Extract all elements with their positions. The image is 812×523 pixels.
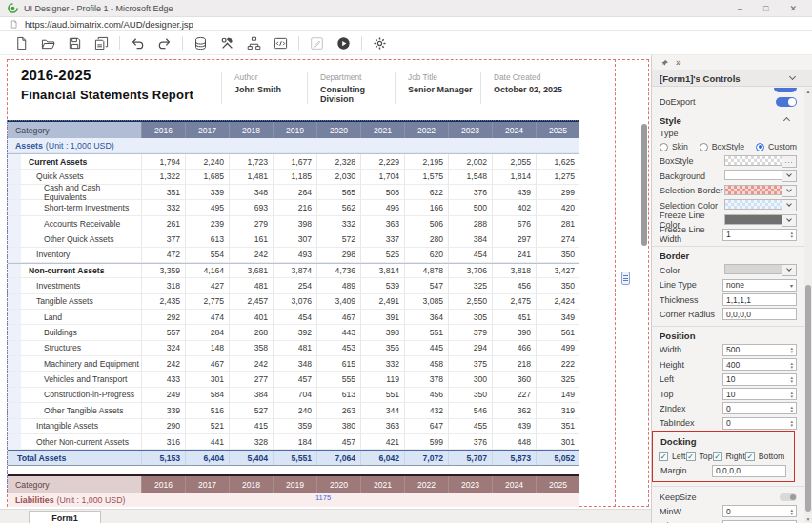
address-bar[interactable]: https://aud.bimatrix.com/AUD/designer.js… (0, 17, 812, 31)
spinner-arrows-icon[interactable]: ▴▾ (790, 508, 793, 515)
panel-header[interactable]: [Form1]'s Controls (652, 70, 812, 87)
spinner-arrows-icon[interactable]: ▴▾ (790, 375, 793, 383)
section-header-border[interactable]: Border (652, 246, 804, 263)
report-meta-department: DepartmentConsulting Division (307, 72, 395, 104)
color-dropdown-button[interactable] (782, 264, 797, 276)
column-header-year: 2016 (141, 122, 185, 138)
property-row-boxstyle: BoxStyle... (652, 154, 804, 169)
tabindex-input[interactable]: 0▴▾ (722, 417, 797, 430)
docking-highlight-box: Docking✓Left✓Top✓Right✓BottomMargin0,0,0… (652, 431, 795, 482)
save-all-button[interactable] (93, 35, 110, 51)
freeze-line-width-input[interactable]: 1▴▾ (722, 229, 797, 241)
background-swatch[interactable] (724, 170, 782, 180)
background-dropdown-button[interactable] (782, 170, 797, 182)
report-title: Financial Statements Report (21, 88, 193, 102)
panel-scrollbar[interactable]: ▲ ▼ (804, 88, 812, 523)
minimize-button[interactable]: ‒ (738, 0, 742, 17)
property-row-keepsize: KeepSize (652, 490, 804, 504)
selection-border-swatch[interactable] (724, 185, 782, 195)
section-header-style[interactable]: Style (652, 111, 804, 128)
panel-scrollbar-thumb[interactable] (805, 285, 811, 512)
spinner-arrows-icon[interactable]: ▴▾ (790, 391, 793, 398)
height-input[interactable]: 400▴▾ (722, 358, 797, 371)
freeze-line-color-swatch[interactable] (724, 214, 782, 225)
pin-icon[interactable] (660, 54, 669, 71)
selection-color-swatch[interactable] (724, 199, 782, 210)
table-row: Other Quick Assets3776131613075723372803… (8, 231, 579, 247)
code-editor-button[interactable] (273, 35, 289, 51)
new-file-button[interactable] (13, 35, 30, 51)
section-header-position[interactable]: Position (652, 326, 804, 343)
property-row-minw: MinW0▴▾ (652, 504, 804, 518)
browser-titlebar: UI Designer - Profile 1 - Microsoft Edge… (0, 0, 812, 17)
left-input[interactable]: 10▴▾ (722, 373, 797, 386)
splitter-grip[interactable] (621, 272, 630, 285)
column-header-year: 2023 (448, 476, 492, 493)
tab-form1[interactable]: Form1 (29, 511, 101, 523)
width-input[interactable]: 500▴▾ (722, 344, 797, 356)
property-row-margin: Margin0,0,0,0 (653, 463, 794, 477)
selection-border-dropdown-button[interactable] (782, 185, 797, 197)
settings-button[interactable] (372, 35, 388, 51)
spinner-arrows-icon[interactable]: ▴▾ (790, 231, 793, 238)
radio-boxstyle[interactable]: BoxStyle (700, 142, 744, 151)
scroll-up-icon[interactable]: ▲ (804, 88, 812, 95)
spinner-arrows-icon[interactable]: ▴▾ (790, 346, 793, 353)
liabilities-grid[interactable]: Category20162017201820192020202120222023… (8, 474, 579, 507)
sitemap-button[interactable] (246, 35, 262, 51)
selection-color-dropdown-button[interactable] (782, 199, 797, 211)
checkbox-bottom[interactable]: ✓Bottom (745, 452, 785, 461)
line-type-select[interactable]: none▾ (722, 279, 797, 292)
checkbox-right[interactable]: ✓Right (713, 452, 745, 461)
run-button[interactable] (335, 35, 352, 51)
boxstyle-ellipsis-button[interactable]: ... (782, 155, 797, 168)
boxstyle-swatch[interactable] (724, 155, 782, 166)
corner-radius-input[interactable]: 0,0,0,0 (722, 308, 797, 320)
freeze-line-color-dropdown-button[interactable] (782, 214, 797, 227)
build-tools-button[interactable] (219, 35, 235, 51)
radio-skin[interactable]: Skin (660, 142, 688, 151)
checkbox-left[interactable]: ✓Left (659, 452, 686, 461)
form-tab-strip: Form1 (0, 509, 651, 523)
minw-input[interactable]: 0▴▾ (722, 505, 797, 517)
section-row-liabilities: Liabilities(Unit : 1,000 USD) (8, 493, 579, 507)
undo-button[interactable] (130, 35, 146, 51)
close-button[interactable]: ✕ (789, 0, 797, 17)
doexport-toggle[interactable] (776, 97, 797, 107)
spinner-arrows-icon[interactable]: ▴▾ (790, 361, 793, 369)
top-input[interactable]: 10▴▾ (722, 388, 797, 400)
table-row: Intangible Assets29052141535938036364745… (8, 419, 579, 434)
scroll-down-icon[interactable]: ▼ (804, 515, 812, 523)
zindex-input[interactable]: 0▴▾ (722, 402, 797, 414)
table-row: Buildings557284268392443398551379390561 (8, 325, 579, 340)
section-row-assets: Assets(Unit : 1,000 USD) (8, 138, 579, 153)
column-header-year: 2022 (404, 476, 448, 493)
maximize-button[interactable]: □ (763, 0, 768, 17)
redo-button[interactable] (156, 35, 173, 51)
report-meta: AuthorJohn SmithDepartmentConsulting Div… (221, 72, 602, 104)
section-header-docking[interactable]: Docking (653, 432, 794, 449)
form-right-edge-outline (615, 59, 616, 507)
design-canvas[interactable]: 2016-2025 Financial Statements Report Au… (0, 55, 651, 523)
thickness-input[interactable]: 1,1,1,1 (722, 293, 797, 306)
margin-input[interactable]: 0,0,0,0 (712, 465, 786, 477)
edit-button[interactable] (309, 35, 325, 51)
save-button[interactable] (67, 35, 83, 51)
property-row-left: Left10▴▾ (652, 372, 804, 386)
color-swatch[interactable] (724, 264, 782, 274)
checkbox-top[interactable]: ✓Top (686, 452, 713, 461)
canvas-scrollbar-thumb[interactable] (641, 124, 647, 246)
spinner-arrows-icon[interactable]: ▴▾ (790, 405, 793, 412)
table-row: Other Non-current Assets3164413281844574… (8, 434, 579, 450)
keepsize-toggle[interactable] (780, 493, 797, 501)
open-file-button[interactable] (40, 35, 56, 51)
table-row: Inventory472554242493298525620454241350 (8, 248, 579, 263)
chevron-down-icon: ▾ (790, 282, 793, 289)
collapse-panel-icon[interactable]: » (676, 58, 681, 68)
assets-grid[interactable]: Category20162017201820192020202120222023… (8, 120, 579, 466)
data-source-button[interactable] (193, 35, 209, 51)
column-header-year: 2016 (141, 476, 185, 493)
radio-custom[interactable]: Custom (756, 142, 797, 151)
spinner-arrows-icon[interactable]: ▴▾ (790, 419, 793, 427)
table-row: Tangible Assets2,4352,7752,4573,0763,409… (8, 294, 579, 310)
